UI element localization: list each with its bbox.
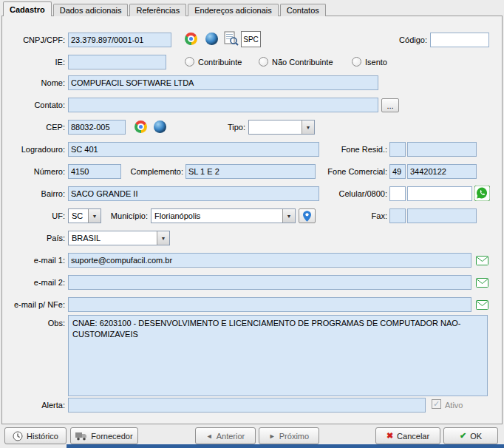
cep-input[interactable] [68, 120, 126, 135]
obs-textarea[interactable]: CNAE: 6203100 - DESENVOLVIMENTO E LICENC… [68, 315, 488, 396]
historico-button[interactable]: Histórico [4, 427, 67, 444]
codigo-input[interactable] [430, 33, 489, 47]
ativo-label: Ativo [445, 401, 482, 410]
fornecedor-label: Fornecedor [91, 432, 132, 441]
uf-label: UF: [1, 211, 65, 220]
radio-contribuinte-label: Contribuinte [198, 58, 242, 67]
logradouro-input[interactable] [68, 142, 319, 157]
historico-label: Histórico [27, 432, 58, 441]
background-window-edge [67, 444, 504, 448]
document-search-icon[interactable] [224, 31, 239, 47]
chrome-icon[interactable] [185, 33, 197, 45]
cep-label: CEP: [1, 123, 65, 132]
dropdown-arrow-icon[interactable]: ▼ [88, 209, 101, 223]
email2-label: e-mail 2: [1, 278, 65, 287]
chrome-icon[interactable] [134, 121, 147, 133]
proximo-button[interactable]: ► Próximo [259, 427, 319, 444]
cadastro-window: Cadastro Dados adicionais Referências En… [0, 0, 504, 448]
email-icon[interactable] [476, 300, 488, 311]
fone-comercial-num-input[interactable] [407, 164, 477, 179]
arrow-right-icon: ► [269, 432, 276, 440]
fone-resid-label: Fone Resid.: [322, 145, 387, 154]
tipo-label: Tipo: [207, 123, 245, 132]
spc-button[interactable]: SPC [241, 31, 261, 47]
radio-contribuinte[interactable]: Contribuinte [185, 57, 242, 67]
celular-label: Celular/0800: [316, 189, 387, 198]
pais-label: País: [1, 234, 65, 242]
arrow-left-icon: ◄ [206, 432, 213, 440]
ie-label: IE: [1, 58, 65, 67]
contato-browse-button[interactable]: ... [381, 98, 399, 112]
radio-circle-icon [259, 57, 268, 67]
email-icon[interactable] [476, 278, 488, 289]
municipio-select[interactable]: Florianópolis ▼ [151, 208, 296, 223]
tipo-value [249, 121, 302, 134]
numero-input[interactable] [68, 164, 121, 179]
fone-resid-num-input[interactable] [407, 142, 477, 157]
email1-input[interactable] [68, 253, 471, 268]
municipio-value: Florianópolis [151, 209, 282, 223]
bairro-input[interactable] [68, 186, 319, 201]
fone-comercial-ddd-input[interactable] [389, 164, 406, 179]
dropdown-arrow-icon[interactable]: ▼ [282, 209, 295, 223]
anterior-label: Anterior [217, 432, 245, 441]
radio-circle-icon [185, 57, 194, 67]
tab-cadastro[interactable]: Cadastro [3, 1, 52, 16]
cnpj-label: CNPJ/CPF: [1, 35, 65, 44]
fax-num-input[interactable] [407, 208, 477, 223]
radio-isento[interactable]: Isento [352, 57, 387, 67]
alerta-input[interactable] [68, 398, 426, 413]
email-icon[interactable] [476, 256, 488, 267]
tab-dados-adicionais[interactable]: Dados adicionais [53, 4, 129, 16]
ie-input[interactable] [68, 55, 166, 69]
numero-label: Número: [1, 167, 65, 176]
fone-comercial-label: Fone Comercial: [316, 167, 387, 176]
ativo-checkbox[interactable]: ✓ [432, 399, 441, 409]
fornecedor-button[interactable]: Fornecedor [70, 427, 138, 444]
cnpj-input[interactable] [68, 33, 171, 47]
cancelar-button[interactable]: ✖ Cancelar [375, 427, 440, 444]
uf-value: SC [69, 209, 88, 223]
whatsapp-icon[interactable] [474, 186, 490, 203]
logradouro-label: Logradouro: [1, 145, 65, 154]
celular-ddd-input[interactable] [389, 186, 406, 201]
email-nfe-input[interactable] [68, 297, 471, 312]
ok-button[interactable]: ✔ OK [443, 427, 498, 444]
fone-resid-ddd-input[interactable] [389, 142, 406, 157]
alerta-label: Alerta: [1, 401, 65, 410]
email1-label: e-mail 1: [1, 256, 65, 265]
fax-ddd-input[interactable] [389, 208, 406, 223]
nome-label: Nome: [1, 78, 65, 87]
contato-input[interactable] [68, 98, 378, 112]
complemento-input[interactable] [185, 164, 316, 179]
history-icon [13, 431, 23, 441]
complemento-label: Complemento: [123, 167, 183, 176]
globe-icon[interactable] [205, 33, 218, 45]
tab-enderecos-adicionais[interactable]: Endereços adicionais [188, 4, 279, 16]
anterior-button[interactable]: ◄ Anterior [195, 427, 256, 444]
pais-select[interactable]: BRASIL ▼ [68, 231, 170, 245]
ok-check-icon: ✔ [460, 431, 466, 441]
celular-num-input[interactable] [407, 186, 472, 201]
tab-contatos[interactable]: Contatos [280, 4, 326, 16]
globe-icon[interactable] [154, 121, 166, 133]
dropdown-arrow-icon[interactable]: ▼ [157, 231, 169, 245]
uf-select[interactable]: SC ▼ [68, 208, 101, 223]
cancelar-label: Cancelar [397, 432, 429, 441]
tipo-select[interactable]: ▼ [248, 120, 315, 135]
map-pin-icon [303, 211, 311, 222]
contato-label: Contato: [1, 101, 65, 109]
map-pin-button[interactable] [299, 208, 316, 223]
fax-label: Fax: [322, 211, 387, 220]
municipio-label: Município: [102, 211, 148, 220]
cancel-x-icon: ✖ [386, 431, 393, 441]
radio-isento-label: Isento [365, 58, 387, 67]
tab-referencias[interactable]: Referências [129, 4, 186, 16]
email-nfe-label: e-mail p/ NFe: [1, 300, 65, 309]
nome-input[interactable] [68, 75, 378, 90]
email2-input[interactable] [68, 275, 471, 290]
proximo-label: Próximo [279, 432, 309, 441]
supplier-truck-icon [75, 432, 87, 441]
radio-nao-contribuinte[interactable]: Não Contribuinte [259, 57, 333, 67]
dropdown-arrow-icon[interactable]: ▼ [302, 121, 314, 134]
